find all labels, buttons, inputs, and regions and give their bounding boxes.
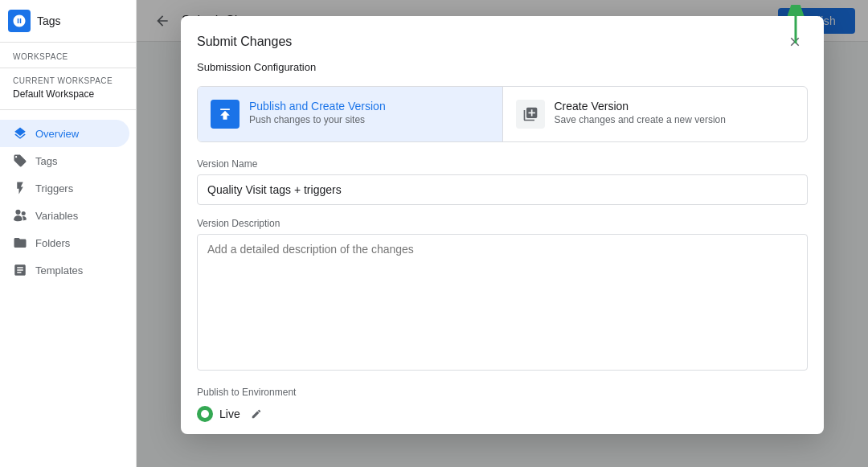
main-area: Submit Changes Publish Submit Changes xyxy=(137,0,868,467)
tag-icon xyxy=(13,154,27,168)
env-edit-button[interactable] xyxy=(247,404,266,424)
sidebar-item-triggers[interactable]: Triggers xyxy=(0,174,129,202)
bolt-icon xyxy=(13,181,27,195)
sidebar-item-variables[interactable]: Variables xyxy=(0,202,129,229)
modal-overlay: Submit Changes Submission Configuration xyxy=(137,0,868,467)
version-name-label: Version Name xyxy=(197,158,808,170)
option-publish-text: Publish and Create Version Push changes … xyxy=(249,100,386,125)
sidebar-triggers-label: Triggers xyxy=(35,182,73,195)
option-publish-create[interactable]: Publish and Create Version Push changes … xyxy=(198,87,503,141)
sidebar-item-overview[interactable]: Overview xyxy=(0,120,129,147)
option-create-desc: Save changes and create a new version xyxy=(555,114,726,125)
option-create-version[interactable]: Create Version Save changes and create a… xyxy=(503,87,808,141)
sidebar-divider-2 xyxy=(0,109,136,110)
submission-options: Publish and Create Version Push changes … xyxy=(197,86,808,142)
version-name-input[interactable] xyxy=(197,174,808,205)
sidebar-overview-label: Overview xyxy=(35,128,79,140)
sidebar-templates-label: Templates xyxy=(35,264,83,277)
sidebar-tags-label: Tags xyxy=(35,155,57,167)
submit-changes-modal: Submit Changes Submission Configuration xyxy=(181,16,824,434)
env-name: Live xyxy=(219,408,240,420)
section-title: Submission Configuration xyxy=(197,61,808,76)
sidebar: Tags Workspace CURRENT WORKSPACE Default… xyxy=(0,0,137,467)
sidebar-divider-1 xyxy=(0,68,136,68)
sidebar-header: Tags xyxy=(0,0,136,43)
template-icon xyxy=(13,263,27,277)
sidebar-app-title: Tags xyxy=(37,14,61,27)
sidebar-item-tags[interactable]: Tags xyxy=(0,147,129,174)
arrow-indicator xyxy=(778,5,813,48)
version-name-group: Version Name xyxy=(197,158,808,205)
workspace-tab-label: Workspace xyxy=(0,49,136,64)
modal-header: Submit Changes xyxy=(181,16,824,61)
version-desc-group: Version Description xyxy=(197,218,808,374)
create-version-icon xyxy=(516,100,545,129)
publish-create-icon xyxy=(211,100,240,129)
sidebar-item-folders[interactable]: Folders xyxy=(0,229,129,256)
folder-icon xyxy=(13,236,27,250)
sidebar-nav: Overview Tags Triggers xyxy=(0,117,136,467)
sidebar-variables-label: Variables xyxy=(35,210,78,222)
variable-icon xyxy=(13,208,27,223)
option-create-text: Create Version Save changes and create a… xyxy=(555,100,726,125)
publish-env-label: Publish to Environment xyxy=(197,387,808,398)
sidebar-item-templates[interactable]: Templates xyxy=(0,256,129,284)
modal-title: Submit Changes xyxy=(197,35,292,49)
env-row: Live xyxy=(197,404,808,424)
modal-body: Submission Configuration Publish and Cre… xyxy=(181,61,824,434)
option-publish-name: Publish and Create Version xyxy=(249,100,386,113)
workspace-tab-text: Workspace xyxy=(13,52,68,61)
sidebar-workspace-section: Workspace CURRENT WORKSPACE Default Work… xyxy=(0,43,136,117)
option-publish-desc: Push changes to your sites xyxy=(249,114,386,125)
option-create-name: Create Version xyxy=(555,100,726,113)
current-workspace-label: CURRENT WORKSPACE xyxy=(0,72,136,87)
layers-icon xyxy=(13,126,27,141)
sidebar-folders-label: Folders xyxy=(35,237,70,249)
app-logo xyxy=(8,10,31,32)
env-badge xyxy=(197,406,213,422)
publish-env-section: Publish to Environment Live xyxy=(197,387,808,424)
version-desc-label: Version Description xyxy=(197,218,808,229)
version-desc-textarea[interactable] xyxy=(197,234,808,371)
current-workspace-value: Default Workspace xyxy=(0,87,136,106)
svg-point-1 xyxy=(201,410,209,418)
